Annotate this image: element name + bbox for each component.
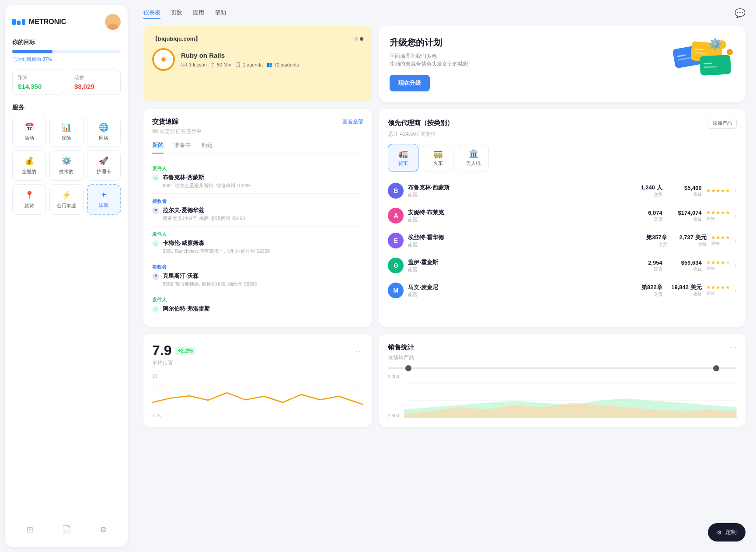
drone-icon: 🏛️ [469, 149, 478, 158]
services-grid: 📅 活动 📊 保险 🌐 网络 💰 金融的 ⚙️ 技术的 🚀 护理卡 📍 款待 ⚡ [12, 117, 121, 215]
layers-icon[interactable]: ⊞ [23, 521, 37, 538]
upgrade-card: 升级您的计划 平面插图和我们多色 生动的未混合紫色头发女士的精彩 现在升级 [379, 26, 746, 102]
agent-stat-5: 第822章 交货 [636, 283, 662, 297]
care-icon: 🚀 [99, 156, 108, 166]
course-url: 【biqubiqu.com】 [152, 35, 201, 43]
view-all-link[interactable]: 查看全部 [342, 118, 363, 126]
course-info: Ruby on Rails 📖 3 lesson ⏱ 50 Min [152, 48, 363, 71]
agent-arrow-2[interactable]: › [735, 212, 737, 220]
agent-arrow-4[interactable]: › [735, 262, 737, 269]
agent-row-2: A 安妮特·布莱克 南区 6,074 交货 $174,074 收益 ★★★★★ [388, 203, 737, 228]
cat-tab-drone[interactable]: 🏛️ 无人机 [458, 144, 489, 171]
tracking-item-2: 接收者 📍 拉尔夫·爱德华兹 星家大道2464号 梅萨, 新泽西州 45463 [152, 194, 363, 227]
agent-money-3: 2,737 美元 收益 [672, 234, 707, 248]
file-icon[interactable]: 📄 [58, 521, 75, 538]
more-options-icon[interactable]: ⋯ [355, 346, 363, 356]
nav-dashboard[interactable]: 仪表板 [143, 7, 160, 19]
page-content: 【biqubiqu.com】 Ruby on Rails 📖 [133, 26, 756, 552]
svg-point-1 [108, 24, 118, 30]
service-activity[interactable]: 📅 活动 [12, 117, 46, 147]
utilities-icon: ⚡ [62, 190, 71, 200]
tab-new[interactable]: 新的 [152, 141, 164, 154]
service-network[interactable]: 🌐 网络 [87, 117, 121, 147]
rating-label-5: 评分 [706, 290, 730, 297]
service-care[interactable]: 🚀 护理卡 [87, 150, 121, 181]
agent-arrow-3[interactable]: › [735, 237, 737, 245]
service-hospitality[interactable]: 📍 款待 [12, 184, 46, 215]
agent-avatar-4: G [388, 258, 404, 273]
y-axis: 3,000 2,500 [388, 374, 399, 418]
agent-rating-3: ★★★★ 评分 [711, 234, 730, 247]
avg-position-label: 平均位置 [152, 360, 363, 367]
service-tech-label: 技术的 [59, 168, 73, 175]
progress-bar-fill [12, 50, 52, 53]
agent-rating-1: ★★★★★ [706, 188, 730, 194]
tracking-detail-3: 卡梅伦·威廉姆森 3891 Ranchview 理查森博士, 加利福尼亚州 62… [163, 239, 270, 255]
service-insurance-label: 保险 [62, 135, 71, 141]
agent-info-1: 布鲁克林·西蒙斯 南区 [408, 184, 631, 198]
gear-icon[interactable]: ⚙ [96, 521, 110, 538]
sender-label-3: 发件人 [152, 297, 363, 303]
agent-revenue-4: $59,634 [667, 259, 702, 266]
gear-decoration: ⚙️ [709, 38, 722, 50]
growth-badge: +2.2% [175, 347, 195, 355]
slider-thumb-left[interactable] [405, 365, 411, 371]
service-insurance[interactable]: 📊 保险 [49, 117, 83, 147]
sales-title: 销售统计 [388, 343, 414, 352]
service-add-new[interactable]: + 添新 [87, 184, 121, 215]
service-add-new-label: 添新 [99, 202, 108, 209]
course-circle [152, 48, 175, 71]
truck-icon: 🚛 [398, 149, 408, 158]
budget-value: $14,350 [18, 83, 59, 90]
agent-region-3: 南区 [408, 241, 636, 248]
cat-tab-truck[interactable]: 🚛 货车 [388, 144, 418, 171]
budget-card: 预算 $14,350 [12, 70, 64, 95]
customize-button[interactable]: ⚙ 定制 [708, 523, 746, 542]
agent-arrow-1[interactable]: › [735, 187, 737, 195]
goal-label: 你的目标 [12, 38, 121, 46]
service-finance[interactable]: 💰 金融的 [12, 150, 46, 181]
agent-avatar-5: M [388, 283, 404, 298]
nav-apps[interactable]: 应用 [193, 7, 204, 19]
tracking-item-1: 发件人 ✓ 布鲁克林·西蒙斯 6391 埃尔金圣塞莱斯特, 特拉华州 10299 [152, 161, 363, 194]
agent-name-4: 盖伊·霍金斯 [408, 259, 631, 266]
upgrade-button[interactable]: 现在升级 [390, 75, 430, 91]
sender-label-1: 发件人 [152, 165, 363, 172]
sales-stats-card: 销售统计 ⋯ 最畅销产品 3,000 2,500 [379, 334, 746, 427]
tracking-dot-green-3: ✓ [152, 306, 159, 313]
agent-region-4: 南区 [408, 266, 631, 273]
service-network-label: 网络 [99, 135, 108, 141]
receiver-name-1: 拉尔夫·爱德华兹 [163, 206, 245, 214]
agent-transactions-3: 第357章 [641, 234, 667, 241]
agent-rev-label-1: 收益 [667, 191, 702, 197]
nav-help[interactable]: 帮助 [215, 7, 226, 19]
service-tech[interactable]: ⚙️ 技术的 [49, 150, 83, 181]
slider-thumb-right[interactable] [713, 365, 719, 371]
tab-preparing[interactable]: 准备中 [174, 141, 191, 154]
agenda-icon: 📋 [235, 62, 241, 67]
chat-icon[interactable]: 💬 [735, 8, 746, 18]
tab-shipping[interactable]: 船运 [202, 141, 213, 154]
agent-arrow-5[interactable]: › [735, 286, 737, 294]
agent-trans-label-3: 交货 [641, 241, 667, 248]
dot2 [360, 37, 363, 41]
service-utilities[interactable]: ⚡ 公用事业 [49, 184, 83, 215]
duration-icon: ⏱ [210, 62, 215, 67]
course-name: Ruby on Rails [181, 52, 299, 59]
expense-label: 花费 [74, 74, 115, 81]
nav-pages[interactable]: 页数 [171, 7, 182, 19]
svg-rect-8 [700, 55, 731, 76]
tracking-dot-blue-2: 📍 [152, 273, 159, 280]
progress-bar-bg [12, 50, 121, 53]
upgrade-desc: 平面插图和我们多色 生动的未混合紫色头发女士的精彩 [390, 52, 468, 68]
sender-name-1: 布鲁克林·西蒙斯 [163, 174, 250, 182]
sales-more-icon[interactable]: ⋯ [729, 342, 737, 352]
add-product-button[interactable]: 添加产品 [708, 118, 737, 129]
agent-transactions-1: 1,240 人 [636, 184, 662, 192]
brand-name: METRONIC [29, 18, 66, 26]
avatar[interactable] [105, 14, 121, 30]
cat-tab-train[interactable]: 🚃 火车 [423, 144, 453, 171]
sidebar-footer: ⊞ 📄 ⚙ [12, 514, 121, 538]
agent-row-4: G 盖伊·霍金斯 南区 2,954 交货 $59,634 收益 ★★★★★ [388, 253, 737, 278]
stars-1: ★★★★★ [706, 188, 730, 194]
